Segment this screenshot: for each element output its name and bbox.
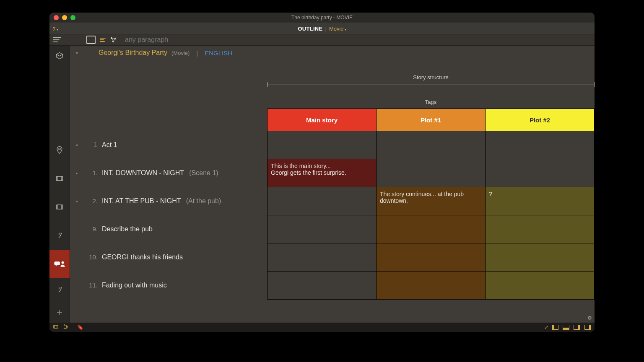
sidebar-item-scene-b[interactable]	[49, 193, 70, 221]
film-icon[interactable]	[53, 324, 59, 331]
tags-row	[267, 243, 595, 272]
tree-icon[interactable]	[63, 324, 69, 331]
tag-cell[interactable]	[377, 131, 486, 159]
traffic-lights	[54, 13, 75, 23]
tags-panel: Story structure Tags Main story Plot #1 …	[267, 59, 595, 323]
chevron-down-icon[interactable]: ▾	[76, 143, 84, 147]
column-header-plot-2[interactable]: Plot #2	[486, 109, 595, 131]
outline-number: 1.	[84, 169, 98, 176]
panel-bottom-icon[interactable]	[563, 325, 569, 330]
panel-left-icon[interactable]	[552, 325, 558, 330]
outline-row-act[interactable]: ▾ I. Act 1	[76, 133, 267, 161]
paragraph-toolbar	[49, 34, 595, 46]
language-selector[interactable]: ENGLISH	[205, 49, 232, 57]
tag-cell[interactable]	[486, 215, 595, 243]
app-window: The birthday party - MOVIE ﾂ▾ OUTLINE | …	[49, 13, 595, 332]
outline-number: 9.	[84, 225, 98, 233]
tag-cell[interactable]	[377, 159, 486, 187]
tag-cell[interactable]	[267, 215, 377, 243]
left-sidebar: ﾂ ﾂ ＋	[49, 46, 70, 323]
story-structure-track[interactable]	[267, 83, 595, 87]
tag-cell[interactable]	[377, 243, 486, 272]
outline-row-scene[interactable]: ▸ 1. INT. DOWNTOWN - NIGHT (Scene 1)	[76, 161, 267, 189]
running-icon[interactable]: ﾂ▾	[53, 25, 58, 32]
tag-cell[interactable]	[486, 272, 595, 300]
tag-cell[interactable]	[267, 187, 377, 215]
outline-annotation: (Scene 1)	[189, 169, 218, 176]
svg-point-9	[64, 328, 65, 328]
column-header-plot-1[interactable]: Plot #1	[377, 109, 486, 131]
minimize-window-icon[interactable]	[62, 15, 67, 20]
outline-text: Fading out with music	[102, 282, 167, 289]
sidebar-item-action[interactable]: ﾂ	[49, 221, 70, 250]
tags-row: The story continues... at the pub downto…	[267, 187, 595, 215]
outline-lines-icon[interactable]	[100, 38, 106, 42]
gear-icon[interactable]: ⚙	[587, 315, 592, 321]
menu-icon[interactable]	[53, 37, 61, 42]
cluster-icon[interactable]	[110, 36, 117, 43]
tag-cell[interactable]	[486, 131, 595, 159]
tag-cell[interactable]	[267, 243, 377, 272]
status-bar: 🔖 ⤢	[49, 323, 595, 332]
sidebar-item-scene-a[interactable]	[49, 164, 70, 193]
doc-title[interactable]: Georgi's Birthday Party	[99, 49, 167, 57]
svg-point-6	[62, 261, 64, 264]
sidebar-item-box[interactable]	[49, 46, 70, 66]
tag-cell[interactable]	[267, 272, 377, 300]
tags-row	[267, 272, 595, 300]
tag-cell[interactable]	[267, 131, 377, 159]
outline-label: INT. DOWNTOWN - NIGHT	[102, 169, 184, 176]
project-type-label: Movie	[329, 26, 344, 32]
outline-row[interactable]: 11. Fading out with music	[76, 273, 267, 301]
panel-right-alt-icon[interactable]	[584, 325, 591, 330]
content: ▾ Georgi's Birthday Party (Movie) | ENGL…	[70, 46, 595, 323]
project-type-dropdown[interactable]: Movie▾	[329, 26, 346, 32]
window-title: The birthday party - MOVIE	[291, 15, 353, 21]
tags-row	[267, 215, 595, 243]
sidebar-item-action-b[interactable]: ﾂ	[49, 278, 70, 302]
mode-nav: ﾂ▾ OUTLINE | Movie▾	[49, 23, 595, 34]
outline-row[interactable]: 9. Describe the pub	[76, 217, 267, 245]
outline-row[interactable]: 10. GEORGI thanks his friends	[76, 245, 267, 273]
tag-cell[interactable]	[486, 243, 595, 272]
chevron-down-icon[interactable]: ▾	[76, 199, 84, 204]
svg-rect-4	[57, 176, 63, 181]
tag-cell[interactable]: This is the main story... Georgi gets th…	[267, 159, 377, 187]
sidebar-item-character-dialog[interactable]	[49, 250, 70, 278]
sidebar-item-location[interactable]	[49, 136, 70, 164]
chevron-right-icon[interactable]: ▸	[76, 171, 84, 175]
outline-number: 2.	[84, 197, 98, 204]
svg-rect-7	[54, 325, 58, 328]
outline-annotation: (At the pub)	[186, 197, 221, 204]
svg-point-8	[64, 324, 65, 325]
separator: |	[196, 49, 198, 57]
tag-cell[interactable]	[486, 159, 595, 187]
outline-number: I.	[84, 141, 98, 148]
bookmark-icon[interactable]: 🔖	[77, 324, 83, 330]
tag-cell[interactable]: ?	[486, 187, 595, 215]
tag-cell[interactable]: The story continues... at the pub downto…	[377, 187, 486, 215]
paragraph-icon-group	[86, 36, 117, 44]
outline-number: 10.	[84, 253, 98, 261]
story-structure-label: Story structure	[267, 74, 595, 80]
outline-text: INT. DOWNTOWN - NIGHT (Scene 1)	[102, 169, 218, 177]
doc-type: (Movie)	[171, 50, 190, 56]
tag-cell[interactable]	[377, 215, 486, 243]
expand-icon[interactable]: ⤢	[544, 324, 548, 330]
main-split: ▾ I. Act 1 ▸ 1. INT. DOWNTOWN - NIGHT (S…	[70, 59, 595, 323]
svg-rect-5	[57, 205, 63, 209]
view-label-outline[interactable]: OUTLINE	[298, 26, 322, 32]
paragraph-filter-input[interactable]	[124, 36, 210, 44]
column-header-main-story[interactable]: Main story	[267, 109, 377, 131]
svg-point-3	[59, 148, 60, 150]
page-icon[interactable]	[86, 36, 96, 44]
sidebar-add-button[interactable]: ＋	[49, 302, 70, 323]
outline-row-scene[interactable]: ▾ 2. INT. AT THE PUB - NIGHT (At the pub…	[76, 189, 267, 217]
outline-text: Describe the pub	[102, 225, 153, 233]
fullscreen-window-icon[interactable]	[70, 15, 75, 20]
titlebar: The birthday party - MOVIE	[49, 13, 595, 23]
tag-cell[interactable]	[377, 272, 486, 300]
doc-collapse-toggle[interactable]: ▾	[76, 51, 82, 55]
close-window-icon[interactable]	[54, 15, 59, 20]
panel-right-icon[interactable]	[574, 325, 580, 330]
